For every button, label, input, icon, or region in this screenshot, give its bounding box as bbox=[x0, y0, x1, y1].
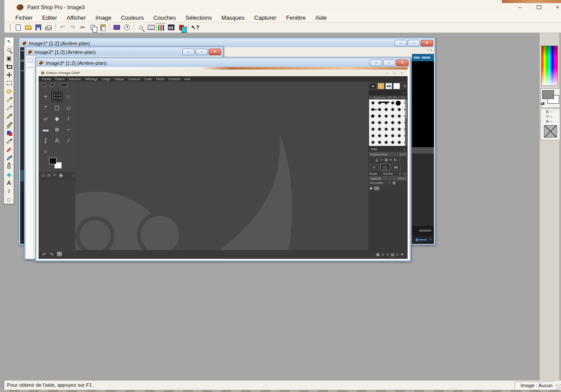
timer-button[interactable] bbox=[122, 23, 132, 32]
image3-close-button[interactable]: × bbox=[396, 60, 408, 66]
fonts-tab-icon: Aa bbox=[385, 83, 392, 89]
tool-flood-fill[interactable]: ◆ bbox=[4, 170, 14, 179]
save-button[interactable] bbox=[33, 23, 43, 32]
menu-Couches[interactable]: Couches bbox=[149, 14, 181, 21]
gimp-window-glyphs: – □ × bbox=[386, 71, 405, 75]
menu-Image[interactable]: Image bbox=[91, 14, 116, 21]
tool-deformation[interactable]: ▣ bbox=[4, 54, 14, 62]
tool-zoom[interactable] bbox=[4, 46, 14, 54]
tool-paint-brush-shape bbox=[6, 113, 11, 119]
tool-arrow[interactable]: ↖ bbox=[4, 37, 14, 46]
cut-button[interactable]: ✂ bbox=[78, 23, 88, 32]
swap-colors-icon[interactable]: ⇄ bbox=[541, 101, 544, 106]
image2-restore-button[interactable]: ▫ bbox=[195, 49, 208, 55]
magnifier-icon bbox=[139, 26, 143, 29]
menu-Couleurs[interactable]: Couleurs bbox=[116, 14, 149, 21]
foreground-swatch[interactable] bbox=[542, 90, 554, 99]
redo-button[interactable]: ↷ bbox=[67, 23, 78, 32]
tool-color-replacer[interactable] bbox=[4, 129, 14, 137]
tool-options-button[interactable] bbox=[146, 23, 156, 32]
color-dialog-button[interactable] bbox=[176, 23, 186, 32]
maximize-icon bbox=[537, 5, 541, 9]
tool-paint-brush[interactable] bbox=[4, 112, 14, 120]
tool-dropper[interactable] bbox=[4, 104, 14, 112]
menu-Afficher[interactable]: Afficher bbox=[62, 14, 91, 21]
gimp-titlebar: Editeur d'image GIMP – □ × bbox=[39, 70, 408, 76]
close-button[interactable]: × bbox=[548, 3, 561, 11]
image1-title: Image1* [1:2] (Arrière-plan) bbox=[29, 41, 90, 46]
context-help-button[interactable]: ↖? bbox=[190, 23, 200, 32]
psp-color-panel: ⇄ R -- V -- B -- bbox=[539, 33, 561, 380]
image1-restore-button[interactable]: ▫ bbox=[408, 40, 420, 46]
screenshot-zoom-slider: ✕ bbox=[412, 236, 434, 244]
tool-zoom-shape bbox=[7, 48, 11, 52]
menu-Aide[interactable]: Aide bbox=[310, 14, 331, 21]
tool-crop[interactable] bbox=[4, 62, 14, 71]
image2-titlebar[interactable]: Image2* [1:2] (Arrière-plan) – ▫ × bbox=[26, 48, 222, 56]
brush-line bbox=[380, 102, 389, 103]
toolbar-separator bbox=[188, 24, 188, 31]
image3-restore-button[interactable]: ▫ bbox=[383, 60, 395, 66]
screenshot-bottom-label bbox=[412, 226, 434, 236]
open-button[interactable] bbox=[23, 23, 33, 32]
menu-Fenêtre[interactable]: Fenêtre bbox=[281, 14, 311, 21]
dynamics-bars-icon: ||| bbox=[380, 164, 390, 170]
image1-minimize-button[interactable]: – bbox=[394, 40, 407, 46]
tool-airbrush[interactable] bbox=[4, 162, 14, 170]
menu-Masques[interactable]: Masques bbox=[217, 14, 249, 21]
tool-magic-wand[interactable] bbox=[4, 95, 14, 104]
image3-titlebar[interactable]: Image3* [1:2] (Arrière-plan) – ▫ × bbox=[37, 59, 409, 67]
tool-line[interactable]: / bbox=[4, 187, 14, 195]
new-button[interactable] bbox=[13, 23, 23, 32]
tool-eraser[interactable] bbox=[4, 145, 14, 154]
new-brush-icon: + bbox=[380, 158, 383, 162]
tool-preset-shapes-icon: □ bbox=[7, 197, 11, 202]
color-picker-gradient[interactable] bbox=[541, 46, 558, 86]
tool-line-icon: / bbox=[8, 189, 10, 194]
gimp-menu-Outils: Outils bbox=[144, 78, 152, 81]
menu-Capturer[interactable]: Capturer bbox=[249, 14, 281, 21]
tool-selection[interactable] bbox=[4, 79, 14, 87]
gimp-tool-fuzzy-select: * bbox=[40, 102, 51, 113]
screenshot-panel-header bbox=[412, 147, 434, 153]
raise-layer-icon: ∧ bbox=[381, 252, 384, 257]
image2-close-button[interactable]: × bbox=[209, 49, 221, 55]
gimp-brush-buttons: ∠ + ⊞ × ↻ ↑ bbox=[368, 156, 408, 163]
tool-freehand[interactable] bbox=[4, 87, 14, 95]
color-bars-icon bbox=[158, 25, 164, 31]
image3-minimize-button[interactable]: – bbox=[370, 60, 382, 66]
tool-text[interactable]: A bbox=[4, 179, 14, 187]
psp-menubar: FichierEditerAfficherImageCouleursCouche… bbox=[4, 13, 561, 22]
tool-clone-brush[interactable] bbox=[4, 120, 14, 129]
paste-button[interactable] bbox=[98, 23, 108, 32]
print-button[interactable] bbox=[43, 23, 53, 32]
menu-Editer[interactable]: Editer bbox=[37, 14, 62, 21]
image1-close-button[interactable]: × bbox=[421, 40, 433, 46]
maximize-button[interactable] bbox=[529, 3, 549, 11]
gimp-tool-transform: ◇ bbox=[63, 102, 74, 113]
histogram-button[interactable] bbox=[166, 23, 176, 32]
capture-preview-button[interactable] bbox=[112, 23, 122, 32]
dynamics-menu-icon: ⋮ bbox=[403, 166, 406, 169]
image3-canvas[interactable]: Editeur d'image GIMP – □ × FichierÉditio… bbox=[37, 67, 409, 260]
brush-line bbox=[371, 109, 377, 110]
copy-button[interactable] bbox=[88, 23, 98, 32]
image2-minimize-button[interactable]: – bbox=[182, 49, 195, 55]
gimp-tool-move: + bbox=[40, 91, 51, 102]
menu-Sélections[interactable]: Sélections bbox=[181, 14, 217, 21]
resize-grip[interactable] bbox=[555, 384, 561, 390]
psp-tool-palette: ↖ ▣ bbox=[4, 36, 14, 205]
zoom-preview-button[interactable] bbox=[136, 23, 146, 32]
toolbar-grip[interactable] bbox=[9, 24, 11, 31]
dynamics-lines-icon: ≡ bbox=[369, 164, 379, 170]
tool-preset-shapes[interactable]: □ bbox=[4, 195, 14, 204]
tool-mover[interactable] bbox=[4, 71, 14, 79]
menu-Fichier[interactable]: Fichier bbox=[11, 14, 37, 21]
undo-button[interactable]: ↶ bbox=[57, 23, 67, 32]
tool-retouch[interactable] bbox=[4, 137, 14, 145]
gimp-tool-paths: ▱ bbox=[40, 113, 51, 124]
tool-picture-tube[interactable] bbox=[4, 154, 14, 162]
color-palette-toggle[interactable] bbox=[156, 23, 166, 32]
psp-titlebar[interactable]: Paint Shop Pro - Image3 – × bbox=[4, 0, 561, 13]
minimize-button[interactable]: – bbox=[510, 3, 529, 11]
